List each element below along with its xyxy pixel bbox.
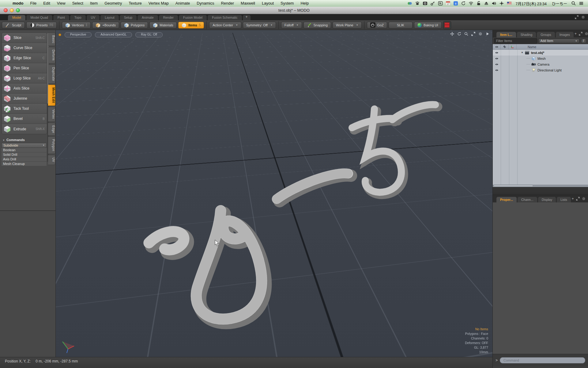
goz-button[interactable]: GoZ	[367, 22, 387, 29]
snapping-button[interactable]: Snapping	[303, 22, 331, 29]
mesh-dash-glyph[interactable]	[274, 170, 352, 202]
command-solid-drill[interactable]: Solid Drill	[2, 152, 47, 157]
item-row-camera[interactable]: Camera	[493, 61, 588, 67]
tab-animate[interactable]: Animate	[138, 15, 158, 20]
notification-center-icon[interactable]	[579, 1, 584, 6]
zoom-window-button[interactable]	[16, 8, 20, 12]
tool-tack[interactable]: Tack Tool	[2, 104, 47, 114]
tab-channels[interactable]: Chann...	[518, 197, 537, 202]
add-tab-icon[interactable]: +	[572, 197, 574, 201]
add-tab-icon[interactable]: +	[575, 32, 577, 36]
calendar-icon[interactable]: 17	[446, 1, 450, 6]
cattab-basic[interactable]: Basic	[48, 33, 55, 46]
menu-system[interactable]: System	[277, 0, 297, 7]
falloff-dropdown[interactable]: Falloff▼	[281, 22, 302, 29]
gpu-icon[interactable]	[423, 1, 428, 6]
menubar-username[interactable]: ひーちー	[551, 1, 568, 6]
tool-julienne[interactable]: Julienne	[2, 94, 47, 104]
notes-icon[interactable]	[438, 1, 443, 6]
tool-slice[interactable]: Slice Shift-C	[2, 33, 47, 43]
wifi-icon[interactable]	[469, 1, 473, 6]
menu-item[interactable]: Item	[87, 0, 101, 7]
menu-vertex-map[interactable]: Vertex Map	[145, 0, 172, 7]
gear-icon[interactable]	[478, 32, 482, 36]
tab-model-quad[interactable]: Model Quad	[26, 15, 52, 20]
menu-dynamics[interactable]: Dynamics	[193, 0, 217, 7]
eye-icon[interactable]	[495, 63, 499, 66]
mesh-dash2-glyph[interactable]	[391, 103, 439, 122]
item-list-hscrollbar[interactable]	[493, 185, 588, 187]
tab-display[interactable]: Display	[538, 197, 556, 202]
close-window-button[interactable]	[4, 8, 8, 12]
tab-setup[interactable]: Setup	[120, 15, 137, 20]
timemachine-icon[interactable]	[461, 1, 466, 6]
raygl-button[interactable]: Ray GL: Off	[135, 32, 163, 37]
commands-header[interactable]: ▼Commands	[2, 138, 45, 142]
tab-fusion-model[interactable]: Fusion Model	[179, 15, 207, 20]
expand-icon[interactable]	[575, 15, 579, 19]
unlock-icon[interactable]	[476, 1, 481, 6]
presets-button[interactable]: PresetsF6	[26, 22, 57, 29]
gear-icon[interactable]	[581, 15, 585, 19]
spotlight-icon[interactable]	[571, 1, 576, 6]
mode-materials-button[interactable]: Materials	[149, 22, 177, 29]
zoom-icon[interactable]	[464, 32, 468, 36]
tab-uv[interactable]: UV	[87, 15, 100, 20]
cattab-uv[interactable]: UV	[48, 155, 55, 165]
item-row-scene[interactable]: ▼ test.obj*	[493, 50, 588, 56]
mode-items-button[interactable]: Items5	[178, 22, 204, 29]
volume-icon[interactable]	[492, 1, 496, 6]
item-row-mesh[interactable]: Mesh	[493, 56, 588, 61]
mode-vertices-button[interactable]: Vertices1	[62, 22, 91, 29]
tab-item-list[interactable]: Item L...	[496, 32, 516, 37]
tool-axis-slice[interactable]: Axis Slice	[2, 83, 47, 94]
tab-model[interactable]: Model	[8, 15, 25, 20]
mode-bounds-button[interactable]: +Bounds	[92, 22, 119, 29]
menu-animate[interactable]: Animate	[172, 0, 194, 7]
view-type-button[interactable]: Perspective	[65, 32, 92, 37]
gear-icon[interactable]	[585, 32, 588, 36]
command-axis-drill[interactable]: Axis Drill	[2, 157, 47, 162]
viewport-3d[interactable]: Perspective Advanced OpenGL Ray GL: Off …	[56, 30, 492, 357]
menu-modo[interactable]: modo	[9, 0, 27, 7]
menu-geometry[interactable]: Geometry	[101, 0, 125, 7]
password-icon[interactable]: 8	[453, 1, 458, 6]
shading-mode-button[interactable]: Advanced OpenGL	[95, 32, 132, 37]
tab-paint[interactable]: Paint	[53, 15, 69, 20]
sculpt-button[interactable]: Sculpt	[2, 22, 25, 29]
pin-column-icon[interactable]	[501, 44, 509, 49]
cattab-polygon[interactable]: Polygon	[48, 136, 55, 154]
axis-column-icon[interactable]	[509, 44, 517, 49]
cattab-deform[interactable]: Deform	[48, 47, 55, 63]
tool-extrude[interactable]: Extrude Shift-X	[2, 124, 47, 134]
flyout-arrow-icon[interactable]	[485, 32, 489, 36]
tool-curve-slice[interactable]: Curve Slice	[2, 43, 47, 53]
cattab-edge[interactable]: Edge	[48, 123, 55, 136]
tool-bevel[interactable]: Bevel B	[2, 114, 47, 124]
slik-button[interactable]: SLIK	[389, 22, 413, 29]
filter-items-input[interactable]: Filter Items	[494, 38, 537, 44]
tab-properties[interactable]: Proper...	[496, 197, 517, 202]
tab-groups[interactable]: Groups	[537, 32, 555, 37]
key-icon[interactable]	[430, 1, 435, 6]
recoil-plugin-button[interactable]	[443, 21, 451, 29]
tab-layout[interactable]: Layout	[100, 15, 119, 20]
menu-select[interactable]: Select	[69, 0, 87, 7]
menu-view[interactable]: View	[54, 0, 69, 7]
visibility-column-icon[interactable]	[493, 44, 501, 49]
eject-icon[interactable]	[484, 1, 489, 6]
panel-splitter[interactable]	[493, 187, 588, 195]
work-plane-dropdown[interactable]: Work Plane▼	[333, 22, 362, 29]
menu-maxwell[interactable]: Maxwell	[237, 0, 258, 7]
subdivide-dropdown[interactable]: Subdivide▼	[2, 143, 47, 148]
paw-icon[interactable]	[415, 1, 420, 6]
mesh-hi-glyph[interactable]	[146, 207, 269, 329]
add-tab-button[interactable]: +	[243, 15, 251, 20]
gear-icon[interactable]	[582, 197, 586, 201]
command-mesh-cleanup[interactable]: Mesh Cleanup	[2, 162, 47, 166]
tab-shading[interactable]: Shading	[517, 32, 536, 37]
cattab-mesh-edit[interactable]: Mesh Edit	[48, 85, 55, 106]
menu-layout[interactable]: Layout	[258, 0, 277, 7]
mode-polygons-button[interactable]: Polygons	[121, 22, 148, 29]
item-row-directional-light[interactable]: Directional Light	[493, 67, 588, 73]
